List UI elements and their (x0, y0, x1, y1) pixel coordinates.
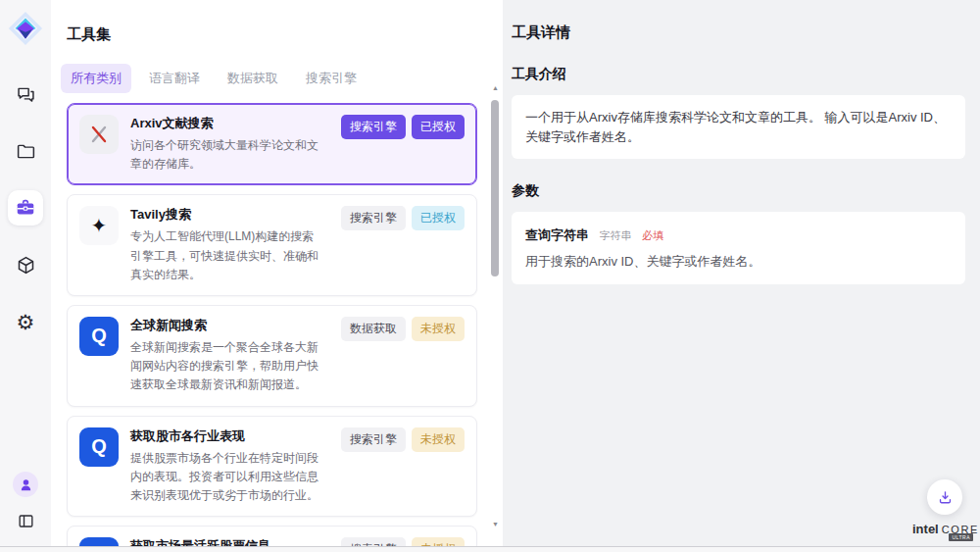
auth-status-badge: 未授权 (412, 317, 465, 341)
tool-title: Arxiv文献搜索 (130, 115, 323, 132)
intro-heading: 工具介绍 (512, 66, 965, 83)
scrollbar-thumb[interactable] (491, 100, 499, 276)
tool-title: 全球新闻搜索 (130, 317, 323, 334)
sidebar-item-settings[interactable]: ⚙ (8, 304, 43, 339)
category-badge: 搜索引擎 (341, 115, 406, 139)
tool-desc: 访问各个研究领域大量科学论文和文章的存储库。 (130, 136, 323, 174)
arxiv-icon (79, 115, 119, 154)
param-type: 字符串 (599, 229, 631, 241)
toolset-panel: 工具集 所有类别 语言翻译 数据获取 搜索引擎 Arxiv文献搜索 访问各个研究… (51, 0, 503, 546)
tool-desc: 全球新闻搜索是一个聚合全球各大新闻网站内容的搜索引擎，帮助用户快速获取全球最新资… (130, 338, 323, 395)
scrollbar: ▲ ▼ (490, 84, 501, 527)
folder-icon (16, 141, 36, 162)
intro-text: 一个用于从Arxiv存储库搜索科学论文和文章的工具。 输入可以是Arxiv ID… (512, 95, 965, 159)
page-title: 工具集 (67, 25, 503, 44)
tool-details-panel: 工具详情 工具介绍 一个用于从Arxiv存储库搜索科学论文和文章的工具。 输入可… (503, 0, 980, 546)
tab-search-engine[interactable]: 搜索引擎 (296, 64, 367, 93)
tool-title: 获取股市各行业表现 (130, 427, 323, 445)
tool-card-stock-sector[interactable]: Q 获取股市各行业表现 提供股票市场各个行业在特定时间段内的表现。投资者可以利用… (67, 416, 477, 518)
chat-icon (16, 84, 36, 105)
tab-translation[interactable]: 语言翻译 (139, 64, 210, 93)
params-heading: 参数 (512, 182, 965, 200)
brand-name: intel (912, 522, 939, 536)
tool-list: Arxiv文献搜索 访问各个研究领域大量科学论文和文章的存储库。 搜索引擎 已授… (67, 103, 477, 546)
tool-card-arxiv[interactable]: Arxiv文献搜索 访问各个研究领域大量科学论文和文章的存储库。 搜索引擎 已授… (67, 103, 477, 185)
auth-status-badge: 已授权 (412, 206, 465, 230)
sidebar-item-tools[interactable] (8, 190, 43, 226)
download-button[interactable] (927, 479, 962, 515)
intel-core-logo: intelCORE ULTRA (912, 520, 973, 537)
param-item: 查询字符串 字符串 必填 用于搜索的Arxiv ID、关键字或作者姓名。 (512, 212, 965, 284)
category-badge: 搜索引擎 (341, 537, 406, 546)
toolbox-icon (15, 197, 36, 219)
tab-data-fetch[interactable]: 数据获取 (218, 64, 288, 93)
active-stocks-icon: Q (79, 537, 119, 546)
panel-toggle-button[interactable] (14, 509, 37, 532)
tool-card-global-news[interactable]: Q 全球新闻搜索 全球新闻搜索是一个聚合全球各大新闻网站内容的搜索引擎，帮助用户… (67, 305, 477, 407)
tavily-icon: ✦ (79, 206, 119, 245)
brand-tier-badge: ULTRA (949, 533, 973, 541)
user-avatar[interactable] (13, 472, 38, 497)
param-name: 查询字符串 (525, 227, 589, 242)
user-icon (19, 477, 33, 492)
tool-title: Tavily搜索 (130, 206, 323, 224)
tool-desc: 专为人工智能代理(LLM)构建的搜索引擎工具，可快速提供实时、准确和真实的结果。 (130, 227, 323, 284)
auth-status-badge: 已授权 (412, 115, 465, 139)
scroll-up-icon[interactable]: ▲ (490, 84, 501, 91)
sidebar-item-chat[interactable] (8, 76, 43, 112)
app-logo-icon (7, 10, 44, 47)
tool-desc: 提供股票市场各个行业在特定时间段内的表现。投资者可以利用这些信息来识别表现优于或… (130, 449, 323, 506)
category-tabs: 所有类别 语言翻译 数据获取 搜索引擎 (61, 64, 503, 93)
sidebar-item-files[interactable] (8, 133, 43, 169)
category-badge: 搜索引擎 (341, 206, 406, 230)
sidebar: ⚙ (0, 0, 51, 546)
tool-card-tavily[interactable]: ✦ Tavily搜索 专为人工智能代理(LLM)构建的搜索引擎工具，可快速提供实… (67, 194, 477, 296)
tool-title: 获取市场最活跃股票信息 (130, 537, 323, 546)
auth-status-badge: 未授权 (412, 427, 465, 452)
global-news-icon: Q (79, 317, 119, 356)
panel-toggle-icon (17, 512, 35, 530)
param-required-flag: 必填 (642, 229, 663, 241)
download-icon (937, 489, 954, 506)
auth-status-badge: 未授权 (412, 537, 465, 546)
tab-all-categories[interactable]: 所有类别 (61, 64, 131, 93)
category-badge: 搜索引擎 (341, 427, 406, 452)
stock-sector-icon: Q (79, 427, 119, 467)
param-desc: 用于搜索的Arxiv ID、关键字或作者姓名。 (525, 253, 952, 271)
sidebar-item-packages[interactable] (8, 247, 43, 282)
category-badge: 数据获取 (341, 317, 406, 341)
tool-card-active-stocks[interactable]: Q 获取市场最活跃股票信息 提供当天交易量最高的股票列表，投资者可以利用这些信息… (67, 526, 477, 546)
scroll-down-icon[interactable]: ▼ (490, 521, 501, 527)
details-title: 工具详情 (512, 24, 965, 42)
gear-icon: ⚙ (17, 312, 35, 332)
window-bottom-strip (0, 547, 980, 552)
cube-icon (16, 255, 36, 276)
